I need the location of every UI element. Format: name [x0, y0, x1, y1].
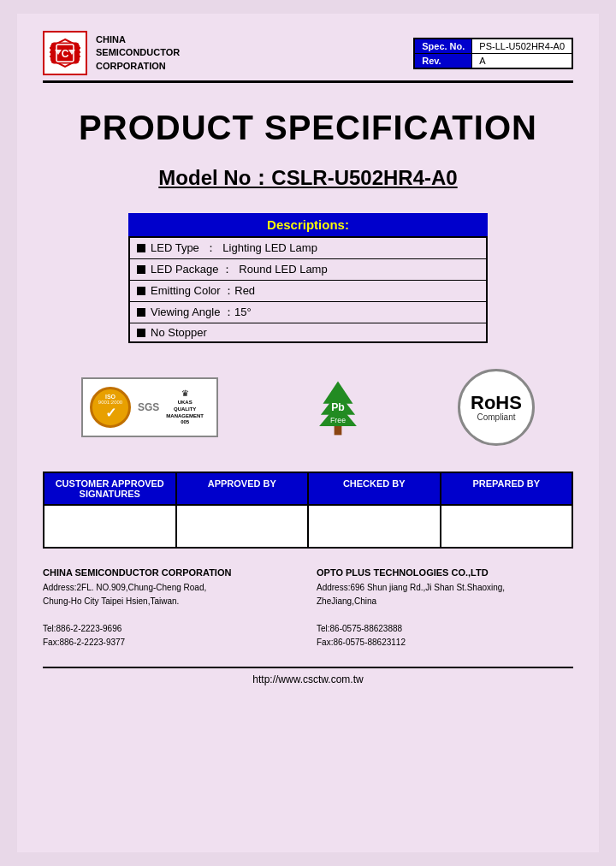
pb-free-box: Pb Free	[295, 377, 381, 437]
right-address1: Address:696 Shun jiang Rd.,Ji Shan St.Sh…	[317, 581, 573, 595]
sgs-text: SGS	[138, 401, 159, 413]
right-address2: ZheJiang,China	[317, 595, 573, 608]
ukas-text: UKASQUALITYMANAGEMENT005	[166, 400, 204, 426]
header-divider	[43, 80, 573, 83]
desc-text-0: LED Type ： Lighting LED Lamp	[151, 240, 317, 256]
desc-text-2: Emitting Color ：Red	[151, 283, 255, 299]
signatures-table: CUSTOMER APPROVED SIGNATURES APPROVED BY…	[43, 472, 573, 549]
descriptions-body: LED Type ： Lighting LED Lamp LED Package…	[128, 238, 488, 343]
desc-row-2: Emitting Color ：Red	[130, 280, 486, 301]
logos-section: ISO 9001:2000 ✓ SGS ♛ UKASQUALITYMANAGEM…	[43, 369, 573, 446]
svg-rect-6	[50, 47, 52, 49]
rev-label: Rev.	[415, 53, 472, 68]
spec-table-container: Spec. No. PS-LL-U502HR4-A0 Rev. A	[413, 38, 573, 69]
left-tel: Tel:886-2-2223-9696	[43, 622, 299, 636]
bullet-2	[137, 287, 145, 295]
cert-box: ISO 9001:2000 ✓ SGS ♛ UKASQUALITYMANAGEM…	[81, 377, 218, 437]
sig-cell-3	[308, 505, 441, 548]
rohs-box: RoHS Compliant	[458, 369, 535, 446]
descriptions-section: Descriptions: LED Type ： Lighting LED La…	[128, 213, 488, 343]
left-address2: Chung-Ho City Taipei Hsien,Taiwan.	[43, 595, 299, 608]
sig-cell-2	[176, 505, 309, 548]
spec-no-value: PS-LL-U502HR4-A0	[472, 39, 572, 53]
rev-value: A	[472, 53, 572, 68]
company-logo: C	[48, 36, 82, 70]
ukas-crown-icon: ♛	[181, 389, 189, 398]
company-name: CHINA SEMICONDUCTOR CORPORATION	[96, 33, 180, 73]
svg-text:C: C	[62, 48, 69, 60]
header-left: C CHINA SEMICONDUCTOR CORPORATIO	[43, 31, 180, 75]
spec-table: Spec. No. PS-LL-U502HR4-A0 Rev. A	[414, 39, 572, 68]
footer-info: CHINA SEMICONDUCTOR CORPORATION Address:…	[43, 566, 573, 650]
spec-no-label: Spec. No.	[415, 39, 472, 53]
footer-right: OPTO PLUS TECHNOLOGIES CO.,LTD Address:6…	[317, 566, 573, 650]
sig-col1-header: CUSTOMER APPROVED SIGNATURES	[44, 472, 176, 505]
bullet-4	[137, 329, 145, 337]
desc-row-1: LED Package ： Round LED Lamp	[130, 258, 486, 280]
right-company: OPTO PLUS TECHNOLOGIES CO.,LTD	[317, 566, 573, 581]
ukas-logo: ♛ UKASQUALITYMANAGEMENT005	[166, 389, 204, 426]
header: C CHINA SEMICONDUCTOR CORPORATIO	[43, 31, 573, 75]
main-title: PRODUCT SPECIFICATION	[43, 109, 573, 147]
desc-row-3: Viewing Angle ：15°	[130, 301, 486, 323]
svg-rect-8	[50, 56, 52, 57]
rohs-text: RoHS	[471, 394, 522, 412]
right-tel: Tel:86-0575-88623888	[317, 622, 573, 636]
bullet-1	[137, 265, 145, 274]
title-section: PRODUCT SPECIFICATION	[43, 109, 573, 147]
desc-row-4: No Stopper	[130, 323, 486, 341]
bullet-0	[137, 244, 145, 252]
desc-text-1: LED Package ： Round LED Lamp	[151, 262, 328, 277]
footer-url: http://www.csctw.com.tw	[43, 673, 573, 685]
sig-cell-4	[441, 505, 573, 548]
bullet-3	[137, 308, 145, 317]
sgs-logo: ISO 9001:2000 ✓	[90, 387, 131, 428]
page: C CHINA SEMICONDUCTOR CORPORATIO	[17, 14, 599, 852]
desc-text-4: No Stopper	[151, 326, 207, 339]
svg-text:Free: Free	[330, 416, 346, 424]
left-fax: Fax:886-2-2223-9377	[43, 636, 299, 650]
model-number: Model No：CSLR-U502HR4-A0	[158, 166, 457, 189]
svg-rect-10	[78, 51, 80, 53]
svg-rect-9	[78, 47, 80, 49]
svg-text:Pb: Pb	[331, 401, 345, 413]
footer-divider	[43, 667, 573, 668]
desc-text-3: Viewing Angle ：15°	[151, 305, 252, 320]
left-address1: Address:2FL. NO.909,Chung-Cheng Road,	[43, 581, 299, 595]
left-company: CHINA SEMICONDUCTOR CORPORATION	[43, 566, 299, 581]
logo-box: C	[43, 31, 87, 75]
pb-free-tree-icon: Pb Free	[308, 377, 368, 437]
model-section: Model No：CSLR-U502HR4-A0	[43, 164, 573, 192]
rohs-compliant: Compliant	[477, 412, 515, 422]
desc-row-0: LED Type ： Lighting LED Lamp	[130, 238, 486, 258]
descriptions-header: Descriptions:	[128, 213, 488, 238]
svg-rect-7	[50, 51, 52, 53]
svg-rect-11	[78, 56, 80, 57]
sig-col3-header: CHECKED BY	[308, 472, 441, 505]
svg-rect-12	[335, 426, 342, 436]
sig-col2-header: APPROVED BY	[176, 472, 309, 505]
right-fax: Fax:86-0575-88623112	[317, 636, 573, 650]
sig-col4-header: PREPARED BY	[441, 472, 573, 505]
signatures-section: CUSTOMER APPROVED SIGNATURES APPROVED BY…	[43, 472, 573, 549]
footer-left: CHINA SEMICONDUCTOR CORPORATION Address:…	[43, 566, 299, 650]
sig-cell-1	[44, 505, 176, 548]
